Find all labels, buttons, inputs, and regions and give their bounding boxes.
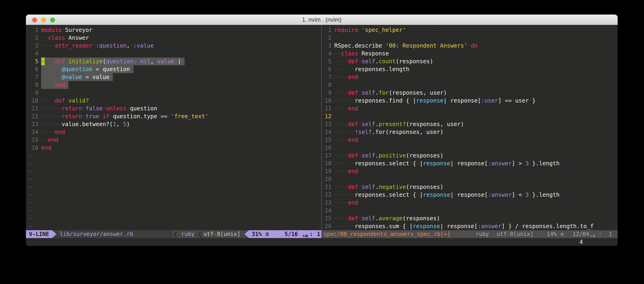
- code-line[interactable]: 10····def·valid?: [26, 97, 321, 105]
- powerline-arrow-icon: [244, 230, 249, 238]
- line-number: 9: [322, 89, 332, 97]
- code-line[interactable]: 1module·Surveyor: [26, 26, 321, 34]
- line-number: 13: [322, 120, 332, 128]
- code-line[interactable]: 13······value.between?(1,·5): [26, 120, 321, 128]
- code-line[interactable]: 16end: [26, 144, 321, 152]
- code-line[interactable]: 3RSpec.describe·'00:·Respondent·Answers'…: [322, 42, 618, 50]
- line-number: 15: [26, 136, 38, 144]
- code-line[interactable]: 6······@question·=·question: [26, 65, 321, 73]
- line-number: 24: [322, 207, 332, 215]
- window-titlebar[interactable]: 1. nvim . (nvim): [26, 14, 618, 25]
- code-line[interactable]: 11····end: [322, 105, 618, 113]
- cursor-column: 1: [608, 230, 612, 238]
- code-line[interactable]: 10······responses.find·{·|response|·resp…: [322, 97, 618, 105]
- filetype-indicator: ruby: [181, 230, 194, 238]
- code-line[interactable]: 20: [322, 175, 618, 183]
- line-number-icon: ⌞N: [590, 230, 595, 238]
- code-line[interactable]: 24: [322, 207, 618, 215]
- code-line[interactable]: 9····def·self.for(responses,·user): [322, 89, 618, 97]
- line-number: 25: [322, 215, 332, 222]
- lines-icon: ≡: [266, 230, 269, 238]
- code-line[interactable]: 19····end: [322, 167, 618, 175]
- visual-selection: ····end: [41, 81, 65, 89]
- empty-buffer-line: ~: [26, 191, 321, 199]
- code-line[interactable]: 2··class·Answer: [26, 34, 321, 42]
- code-line[interactable]: 18······responses.select·{·|response|·re…: [322, 159, 618, 167]
- line-number: 22: [322, 191, 332, 199]
- code-line[interactable]: 4··class·Response: [322, 50, 618, 57]
- empty-buffer-line: ~: [26, 207, 321, 215]
- code-line[interactable]: 22······responses.select·{·|response|·re…: [322, 191, 618, 199]
- code-line[interactable]: 13····def·self.present?(responses,·user): [322, 120, 618, 128]
- right-editor-pane[interactable]: 1require·'spec_helper'23RSpec.describe·'…: [322, 25, 618, 238]
- line-number: 12: [26, 113, 38, 120]
- line-number: 7: [26, 73, 38, 81]
- line-number: 1: [322, 26, 332, 34]
- code-line[interactable]: 7······@value·=·value: [26, 73, 321, 81]
- chevron-left-icon: ❮: [173, 230, 178, 238]
- terminal-window: 1. nvim . (nvim) 1module·Surveyor2··clas…: [26, 14, 618, 246]
- code-line[interactable]: 4: [26, 50, 321, 57]
- empty-buffer-line: ~: [26, 167, 321, 175]
- code-line[interactable]: 14····end: [26, 128, 321, 136]
- code-line[interactable]: 9: [26, 89, 321, 97]
- active-file-name: lib/surveyor/answer.rb: [60, 230, 133, 238]
- line-number: 3: [26, 42, 38, 50]
- code-line[interactable]: 12······return·true·if·question.type·==·…: [26, 113, 321, 120]
- code-line[interactable]: 7····end: [322, 73, 618, 81]
- pending-command-count: 4: [580, 238, 583, 246]
- line-number: 6: [322, 65, 332, 73]
- lines-icon: ≡: [560, 230, 564, 238]
- code-line[interactable]: 12: [322, 113, 618, 120]
- code-line[interactable]: 21····def·self.negative(responses): [322, 183, 618, 191]
- left-code-area[interactable]: 1module·Surveyor2··class·Answer3····attr…: [26, 26, 321, 230]
- code-line[interactable]: 23····end: [322, 199, 618, 207]
- line-number: 9: [26, 89, 38, 97]
- visual-selection: ···def·initialize(question:·nil,·value:): [45, 57, 181, 65]
- right-statusline: spec/00_respondents_answers_spec.rb[+] r…: [322, 230, 618, 238]
- scroll-percent: 14%: [546, 230, 556, 238]
- code-line[interactable]: 25····def·self.average(responses): [322, 215, 618, 222]
- line-number: 13: [26, 120, 38, 128]
- line-number: 19: [322, 167, 332, 175]
- left-statusline: V-LINE lib/surveyor/answer.rb ❮ ruby ❮ u…: [26, 230, 321, 238]
- code-line[interactable]: 15··end: [26, 136, 321, 144]
- line-number: 11: [322, 105, 332, 113]
- code-line[interactable]: 15····end: [322, 136, 618, 144]
- cursor-block: ·: [41, 57, 45, 65]
- line-number: 2: [322, 34, 332, 42]
- code-line[interactable]: 14······!self.for(responses,·user): [322, 128, 618, 136]
- right-code-area[interactable]: 1require·'spec_helper'23RSpec.describe·'…: [322, 26, 618, 230]
- code-line[interactable]: 6······responses.length: [322, 65, 618, 73]
- code-line[interactable]: 8: [322, 81, 618, 89]
- code-line[interactable]: 17····def·self.positive(responses): [322, 152, 618, 159]
- line-number: 16: [26, 144, 38, 152]
- scroll-percent: 31%: [252, 230, 262, 238]
- code-line[interactable]: 2: [322, 34, 618, 42]
- code-line[interactable]: 11······return·false·unless·question: [26, 105, 321, 113]
- left-editor-pane[interactable]: 1module·Surveyor2··class·Answer3····attr…: [26, 25, 321, 238]
- visual-selection: ······@question·=·question: [41, 65, 130, 73]
- command-line[interactable]: 4: [26, 238, 618, 246]
- code-line[interactable]: 26······responses.sum·{·|response|·respo…: [322, 222, 618, 230]
- line-number: 10: [322, 97, 332, 105]
- line-number: 11: [26, 105, 38, 113]
- line-number: 7: [322, 73, 332, 81]
- line-number: 16: [322, 144, 332, 152]
- code-line[interactable]: 5····def·initialize(question:·nil,·value…: [26, 57, 321, 65]
- empty-buffer-line: ~: [26, 159, 321, 167]
- separator-colon: :: [598, 230, 602, 238]
- encoding-indicator: utf-8[unix]: [204, 230, 240, 238]
- cursor-line-position: 5/16: [284, 230, 298, 238]
- line-number: 5: [26, 57, 38, 65]
- code-line[interactable]: 8····end: [26, 81, 321, 89]
- code-line[interactable]: 1require·'spec_helper': [322, 26, 618, 34]
- powerline-arrow-icon: [52, 230, 56, 238]
- cursor-column: 1: [317, 230, 320, 238]
- code-line[interactable]: 16: [322, 144, 618, 152]
- line-number: 8: [322, 81, 332, 89]
- mode-indicator: V-LINE: [26, 230, 52, 238]
- code-line[interactable]: 3····attr_reader·:question,·:value: [26, 42, 321, 50]
- code-line[interactable]: 5····def·self.count(responses): [322, 57, 618, 65]
- line-number-icon: ⌞N: [302, 230, 308, 238]
